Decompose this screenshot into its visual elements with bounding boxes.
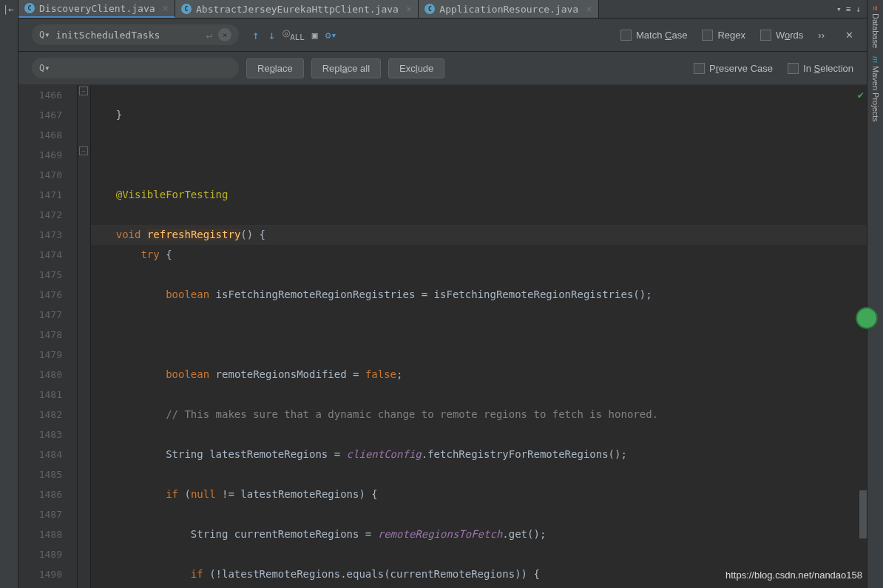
- vertical-scrollbar[interactable]: [859, 490, 867, 538]
- tab-application-resource[interactable]: C ApplicationResource.java ×: [419, 0, 598, 18]
- maven-tool-button[interactable]: mMaven Projects: [867, 56, 883, 122]
- class-icon: C: [24, 3, 35, 13]
- clear-icon[interactable]: ×: [218, 28, 231, 41]
- editor-area[interactable]: 1466146714681469147014711472147314741475…: [18, 85, 867, 588]
- back-icon[interactable]: |←: [3, 4, 13, 15]
- next-match-icon[interactable]: ↓: [268, 28, 276, 42]
- replace-input-container: Q▾: [32, 58, 239, 78]
- tab-abstract-jersey[interactable]: C AbstractJerseyEurekaHttpClient.java ×: [175, 0, 419, 18]
- words-option[interactable]: Words: [760, 30, 803, 41]
- match-case-option[interactable]: Match Case: [620, 30, 687, 41]
- left-tool-strip[interactable]: |←: [0, 0, 18, 588]
- database-tool-button[interactable]: ≡Database: [867, 6, 883, 49]
- checkbox[interactable]: [620, 30, 632, 41]
- line-gutter: 1466146714681469147014711472147314741475…: [18, 85, 78, 588]
- find-input-container: Q▾ ↵ ×: [32, 24, 239, 45]
- replace-bar: Q▾ Replace Replace all Exclude Preserve …: [18, 52, 867, 85]
- replace-input[interactable]: [55, 63, 231, 74]
- in-selection-option[interactable]: In Selection: [788, 63, 853, 74]
- find-bar: Q▾ ↵ × ↑ ↓ ⦾ALL ▣ ⚙▾ Match Case Regex Wo…: [18, 18, 867, 52]
- close-icon[interactable]: ×: [586, 3, 592, 15]
- class-icon: C: [181, 4, 192, 14]
- settings-icon[interactable]: ⚙▾: [325, 30, 337, 41]
- find-input[interactable]: [55, 30, 200, 41]
- close-icon[interactable]: ×: [163, 2, 169, 14]
- editor-tabs-bar: C DiscoveryClient.java × C AbstractJerse…: [18, 0, 867, 18]
- code-content[interactable]: } @VisibleForTesting void refreshRegistr…: [91, 85, 867, 588]
- prev-match-icon[interactable]: ↑: [252, 28, 260, 42]
- fold-column[interactable]: − −: [78, 85, 91, 588]
- tab-label: ApplicationResource.java: [439, 4, 578, 15]
- regex-option[interactable]: Regex: [702, 30, 745, 41]
- fold-icon[interactable]: −: [79, 87, 88, 95]
- replace-all-button[interactable]: Replace all: [311, 58, 381, 78]
- analysis-ok-icon[interactable]: ✔: [858, 89, 864, 101]
- class-icon: C: [424, 4, 435, 14]
- checkbox[interactable]: [694, 63, 705, 74]
- checkbox[interactable]: [702, 30, 713, 41]
- preserve-case-option[interactable]: Preserve Case: [694, 63, 773, 74]
- close-find-icon[interactable]: ✕: [845, 30, 853, 41]
- right-tool-strip[interactable]: ≡Database mMaven Projects: [867, 0, 883, 588]
- checkbox[interactable]: [788, 63, 799, 74]
- watermark-text: https://blog.csdn.net/nandao158: [725, 570, 862, 581]
- floating-action-icon[interactable]: [856, 307, 878, 329]
- search-icon[interactable]: Q▾: [39, 30, 50, 40]
- tab-discovery-client[interactable]: C DiscoveryClient.java ×: [18, 0, 175, 18]
- close-icon[interactable]: ×: [406, 3, 412, 15]
- exclude-button[interactable]: Exclude: [388, 58, 444, 78]
- more-icon[interactable]: ››: [818, 30, 825, 41]
- fold-icon[interactable]: −: [79, 146, 88, 155]
- tab-label: AbstractJerseyEurekaHttpClient.java: [196, 4, 399, 15]
- tab-menu[interactable]: ▾ ≡ ↓: [836, 4, 867, 14]
- tab-label: DiscoveryClient.java: [39, 3, 155, 14]
- add-selection-icon[interactable]: ▣: [312, 30, 318, 41]
- checkbox[interactable]: [760, 30, 771, 41]
- search-icon[interactable]: Q▾: [39, 63, 50, 73]
- enter-hint-icon: ↵: [206, 29, 212, 41]
- select-all-icon[interactable]: ⦾ALL: [283, 28, 305, 42]
- replace-button[interactable]: Replace: [246, 58, 304, 78]
